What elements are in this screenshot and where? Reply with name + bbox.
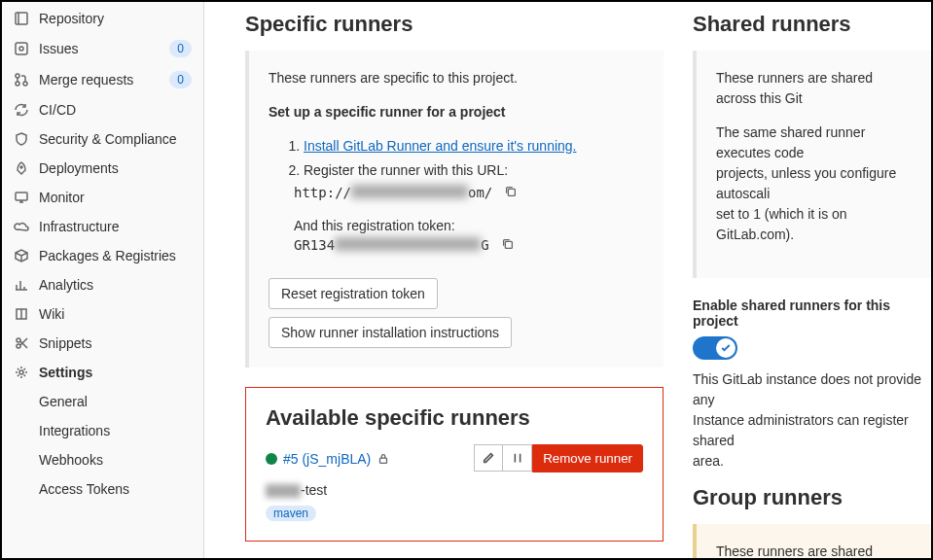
sidebar-item-cicd[interactable]: CI/CD [2,95,203,124]
toggle-knob [716,338,736,358]
sidebar-sub-general[interactable]: General [2,387,203,416]
url-prefix: http:// [294,185,351,200]
svg-point-3 [16,74,19,78]
available-runners-title: Available specific runners [266,405,643,431]
sidebar-item-issues[interactable]: Issues 0 [2,33,203,64]
merge-icon [14,72,29,88]
sidebar-sub-label: Access Tokens [39,481,129,497]
shared-info-line: This GitLab instance does not provide an… [693,371,921,407]
chart-icon [14,277,29,293]
specific-panel: These runners are specific to this proje… [245,51,664,368]
sidebar-item-snippets[interactable]: Snippets [2,329,203,358]
sidebar-item-packages[interactable]: Packages & Registries [2,241,203,270]
registration-url: http://xxxxxxxxom/ [294,185,644,200]
main-content: Specific runners These runners are speci… [204,2,931,558]
copy-token-button[interactable] [501,237,517,253]
sidebar-sub-label: General [39,394,88,409]
sidebar-item-analytics[interactable]: Analytics [2,270,203,299]
shared-desc-line: projects, unless you configure autoscali [716,165,896,201]
svg-rect-7 [16,192,27,200]
sidebar-item-label: Repository [39,11,104,26]
sidebar-item-label: Infrastructure [39,219,119,234]
token-label: And this registration token: [294,218,644,233]
svg-rect-0 [16,13,27,24]
group-intro: These runners are shared across project [716,542,912,558]
sidebar-item-security[interactable]: Security & Compliance [2,124,203,154]
sidebar-item-deployments[interactable]: Deployments [2,154,203,183]
sidebar-item-wiki[interactable]: Wiki [2,299,203,329]
runner-name: -test [266,482,643,498]
sidebar-sub-label: Webhooks [39,452,103,468]
register-step: Register the runner with this URL: [304,160,644,181]
svg-point-8 [17,338,20,342]
repo-icon [14,11,29,26]
token-prefix: GR134 [294,237,335,253]
runner-status-online-icon [266,453,277,465]
sidebar-item-label: Monitor [39,190,85,205]
shield-icon [14,131,29,147]
group-panel: These runners are shared across project … [693,524,931,558]
pause-runner-button[interactable] [503,444,532,472]
shared-desc: The same shared runner executes code pro… [716,122,912,245]
gear-icon [14,365,29,380]
sidebar-item-label: Issues [39,41,78,56]
package-icon [14,248,29,263]
sidebar: Repository Issues 0 Merge requests 0 CI/… [2,2,204,558]
svg-rect-13 [380,458,387,463]
reset-token-button[interactable]: Reset registration token [269,278,438,309]
sidebar-sub-webhooks[interactable]: Webhooks [2,445,203,474]
copy-url-button[interactable] [504,185,520,200]
svg-rect-1 [16,43,27,54]
sidebar-item-label: Settings [39,365,92,380]
sidebar-item-label: Deployments [39,160,119,176]
issues-icon [14,41,29,56]
sidebar-item-label: Merge requests [39,72,133,88]
sidebar-sub-access-tokens[interactable]: Access Tokens [2,474,203,504]
scissors-icon [14,335,29,351]
available-runners-box: Available specific runners #5 (jS_mjBLA)… [245,387,664,542]
svg-point-10 [19,370,23,374]
sidebar-item-label: CI/CD [39,102,76,118]
registration-token: GR134xxxxxxxxG [294,237,644,253]
svg-rect-11 [509,189,516,195]
token-suffix: G [481,237,488,253]
specific-runners-title: Specific runners [245,12,664,37]
setup-heading: Set up a specific runner for a project [269,104,506,120]
shared-panel: These runners are shared across this Git… [693,51,931,278]
issues-badge: 0 [169,40,192,57]
sidebar-item-monitor[interactable]: Monitor [2,183,203,212]
sidebar-item-infrastructure[interactable]: Infrastructure [2,212,203,241]
sidebar-sub-integrations[interactable]: Integrations [2,416,203,445]
rocket-icon [14,160,29,176]
group-runners-title: Group runners [693,485,931,510]
remove-runner-button[interactable]: Remove runner [532,444,643,472]
shared-info-line: Instance administrators can register sha… [693,412,909,448]
sidebar-item-merge-requests[interactable]: Merge requests 0 [2,64,203,95]
specific-intro: These runners are specific to this proje… [269,68,644,88]
show-instructions-button[interactable]: Show runner installation instructions [269,317,512,348]
runner-tag: maven [266,506,316,521]
install-runner-link[interactable]: Install GitLab Runner and ensure it's ru… [304,138,577,154]
runner-link[interactable]: #5 (jS_mjBLA) [283,451,371,467]
shared-intro: These runners are shared across this Git [716,68,912,109]
svg-rect-12 [505,241,512,248]
sidebar-item-repository[interactable]: Repository [2,4,203,33]
cicd-icon [14,102,29,118]
shared-desc-line: The same shared runner executes code [716,124,865,160]
sidebar-item-settings[interactable]: Settings [2,358,203,387]
svg-point-4 [16,82,19,86]
sidebar-sub-label: Integrations [39,423,110,438]
svg-point-2 [19,47,23,51]
shared-runners-title: Shared runners [693,12,931,37]
book-icon [14,306,29,322]
url-suffix: om/ [468,185,492,200]
enable-shared-toggle[interactable] [693,336,737,360]
runner-name-suffix: -test [301,482,327,498]
shared-info: This GitLab instance does not provide an… [693,369,931,472]
sidebar-item-label: Wiki [39,306,64,322]
monitor-icon [14,190,29,205]
edit-runner-button[interactable] [474,444,503,472]
svg-point-5 [23,82,27,86]
sidebar-item-label: Packages & Registries [39,248,176,263]
svg-point-6 [20,166,22,168]
